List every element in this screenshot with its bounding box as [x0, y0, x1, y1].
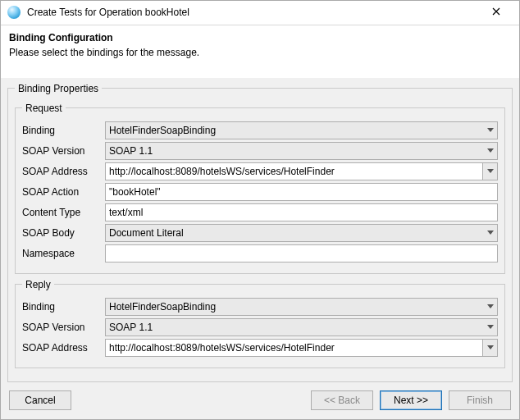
request-soap-body-label: SOAP Body — [22, 227, 100, 239]
request-binding-label: Binding — [22, 125, 100, 136]
binding-properties-legend: Binding Properties — [15, 83, 102, 94]
window-title: Create Tests for Operation bookHotel — [27, 7, 480, 18]
reply-legend: Reply — [22, 279, 54, 290]
request-soap-action-value: "bookHotel" — [109, 186, 161, 198]
request-content-type-input[interactable]: text/xml — [105, 203, 498, 221]
request-soap-address-value: http://localhost:8089/hotelsWS/services/… — [106, 163, 482, 180]
finish-button: Finish — [449, 390, 511, 410]
reply-soap-address-combo[interactable]: http://localhost:8089/hotelsWS/services/… — [105, 339, 498, 357]
reply-soap-version-select[interactable]: SOAP 1.1 — [105, 318, 498, 336]
request-content-type-value: text/xml — [109, 207, 143, 218]
request-soap-body-value: Document Literal — [109, 227, 479, 239]
title-bar: Create Tests for Operation bookHotel — [1, 1, 519, 25]
request-binding-select[interactable]: HotelFinderSoapBinding — [105, 121, 498, 139]
request-soap-address-label: SOAP Address — [22, 166, 100, 177]
request-soap-address-combo[interactable]: http://localhost:8089/hotelsWS/services/… — [105, 162, 498, 180]
chevron-down-icon[interactable] — [482, 340, 497, 356]
request-soap-body-select[interactable]: Document Literal — [105, 224, 498, 242]
dialog-window: Create Tests for Operation bookHotel Bin… — [0, 0, 520, 420]
close-icon — [492, 7, 500, 18]
request-group: Request Binding HotelFinderSoapBinding S… — [15, 103, 505, 274]
reply-group: Reply Binding HotelFinderSoapBinding SOA… — [15, 279, 505, 368]
reply-soap-address-label: SOAP Address — [22, 342, 100, 354]
request-soap-version-label: SOAP Version — [22, 145, 100, 157]
reply-soap-address-value: http://localhost:8089/hotelsWS/services/… — [106, 340, 482, 356]
back-button: << Back — [311, 390, 373, 410]
cancel-button[interactable]: Cancel — [9, 390, 71, 410]
request-legend: Request — [22, 103, 66, 114]
request-soap-action-label: SOAP Action — [22, 186, 100, 198]
app-icon — [7, 6, 21, 19]
chevron-down-icon — [487, 325, 494, 330]
reply-soap-version-value: SOAP 1.1 — [109, 322, 479, 333]
request-content-type-label: Content Type — [22, 207, 100, 218]
request-namespace-label: Namespace — [22, 248, 100, 259]
next-button[interactable]: Next >> — [380, 390, 442, 410]
request-soap-action-input[interactable]: "bookHotel" — [105, 183, 498, 201]
chevron-down-icon — [487, 128, 494, 133]
reply-binding-label: Binding — [22, 301, 100, 313]
button-bar: Cancel << Back Next >> Finish — [1, 382, 519, 419]
reply-binding-select[interactable]: HotelFinderSoapBinding — [105, 298, 498, 316]
request-namespace-input[interactable] — [105, 244, 498, 262]
request-soap-version-value: SOAP 1.1 — [109, 145, 479, 157]
banner: Binding Configuration Please select the … — [1, 25, 519, 78]
request-soap-version-select[interactable]: SOAP 1.1 — [105, 142, 498, 160]
reply-soap-version-label: SOAP Version — [22, 322, 100, 333]
request-binding-value: HotelFinderSoapBinding — [109, 125, 479, 136]
close-button[interactable] — [480, 3, 513, 21]
chevron-down-icon — [487, 148, 494, 153]
chevron-down-icon[interactable] — [482, 163, 497, 180]
banner-heading: Binding Configuration — [9, 32, 511, 43]
banner-subtext: Please select the bindings for the messa… — [9, 47, 511, 58]
content-area: Binding Properties Request Binding Hotel… — [1, 78, 519, 382]
reply-binding-value: HotelFinderSoapBinding — [109, 301, 479, 313]
chevron-down-icon — [487, 304, 494, 309]
chevron-down-icon — [487, 231, 494, 235]
binding-properties-group: Binding Properties Request Binding Hotel… — [7, 83, 513, 382]
